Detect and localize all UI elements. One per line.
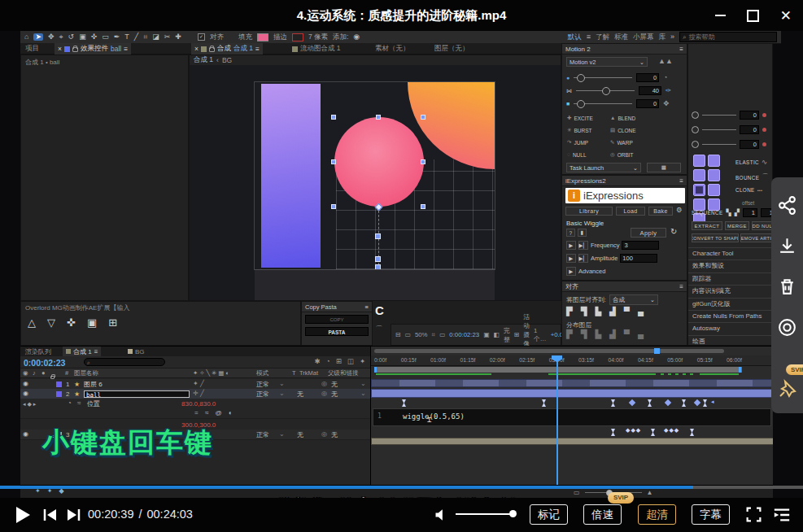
fill-color-swatch[interactable]: [257, 33, 268, 41]
slider-knob[interactable]: [692, 141, 699, 148]
previous-episode-icon[interactable]: [42, 508, 59, 522]
roto-brush-tool-icon[interactable]: ✂: [164, 33, 171, 41]
motion-tool-button[interactable]: ✳ BURST: [565, 124, 608, 137]
stairs-up-icon[interactable]: ▚: [727, 209, 731, 216]
eye-icon[interactable]: ◉: [23, 431, 28, 438]
snap-checkbox[interactable]: ✓: [198, 33, 205, 41]
zoom-tool-icon[interactable]: ⌖: [59, 33, 63, 41]
distribute-icon[interactable]: ▛: [566, 330, 573, 338]
motion-preset-dropdown[interactable]: Motion v2⌄: [566, 57, 648, 67]
bake-button[interactable]: Bake: [648, 207, 673, 216]
camera-tool-icon[interactable]: ▣: [79, 33, 86, 41]
expression-text[interactable]: wiggle(0.5,65): [403, 412, 465, 421]
script-list-item[interactable]: 跟踪器: [688, 273, 772, 285]
expression-icons[interactable]: = ≈ @ ◐: [194, 410, 235, 416]
draft-3d-icon[interactable]: ◔: [326, 358, 330, 365]
timeline-current-time[interactable]: 0:00:02:23: [24, 358, 65, 368]
trkmat-header[interactable]: TrkMat: [299, 369, 318, 377]
stopwatch-icon[interactable]: ◔: [68, 400, 72, 407]
tab-footage[interactable]: 素材（无）: [372, 43, 413, 55]
home-tool-icon[interactable]: ⌂: [24, 33, 28, 41]
parent-header[interactable]: 父级和链接: [328, 369, 359, 377]
motion-tool-button[interactable]: ◌ NULL: [565, 149, 608, 161]
script-list-item[interactable]: Create Nulls From Paths: [688, 310, 772, 322]
selection-handle[interactable]: [376, 115, 381, 120]
trkmat-value[interactable]: 无: [297, 430, 303, 439]
keyframe-icon[interactable]: [703, 399, 707, 407]
copy-button[interactable]: COPY: [305, 315, 369, 324]
align-right-icon[interactable]: ▙: [595, 307, 601, 316]
add-menu-icon[interactable]: ◉: [353, 33, 360, 41]
align-top-icon[interactable]: ▟: [609, 307, 616, 316]
blend-mode[interactable]: 正常: [256, 380, 269, 389]
hand-icon[interactable]: ✥: [663, 100, 669, 107]
tab-project[interactable]: 项目: [22, 43, 42, 55]
pink-circle-shape[interactable]: [334, 117, 424, 207]
fullscreen-icon[interactable]: [745, 506, 762, 523]
motion-tool-button[interactable]: ▤ CLONE: [608, 124, 651, 137]
puppet-tool-icon[interactable]: ✚: [175, 33, 181, 41]
selection-handle[interactable]: [421, 204, 426, 209]
workspace-libraries[interactable]: 库: [658, 33, 666, 42]
path-handle[interactable]: [375, 233, 381, 239]
record-dot-icon[interactable]: [762, 142, 766, 146]
slider-value[interactable]: 0: [740, 140, 759, 149]
stroke-width-value[interactable]: 7 像素: [308, 33, 328, 42]
workspace-overflow-icon[interactable]: »: [670, 33, 674, 41]
slider-track[interactable]: [702, 115, 736, 116]
record-dot-icon[interactable]: [762, 113, 766, 117]
layer-name[interactable]: 图层 6: [84, 380, 103, 389]
layer1-duration-bar[interactable]: [371, 379, 773, 387]
timeline-navigator[interactable]: [374, 349, 724, 353]
extract-button[interactable]: EXTRACT: [692, 221, 722, 230]
parent-value[interactable]: 无: [331, 430, 338, 439]
slider-knob[interactable]: [692, 126, 699, 133]
viewer-breadcrumb-comp[interactable]: 合成 1: [194, 55, 213, 65]
download-icon[interactable]: [777, 236, 797, 256]
slider-value[interactable]: 0: [636, 99, 659, 108]
bounce-label[interactable]: BOUNCE: [735, 175, 759, 181]
motion-blur-icon[interactable]: ◫: [347, 358, 354, 365]
comp-artboard[interactable]: [255, 82, 495, 269]
slider-value[interactable]: 40: [639, 86, 661, 95]
magnification-icon[interactable]: ▭: [405, 332, 411, 338]
layer-color-chip[interactable]: [56, 382, 62, 387]
wireframe-status-icon[interactable]: ✦: [47, 488, 53, 495]
layer2-duration-bar[interactable]: [371, 389, 773, 398]
panel-menu-icon[interactable]: ≡: [365, 303, 369, 311]
playhead-line[interactable]: [556, 355, 558, 486]
eraser-tool-icon[interactable]: ◪: [152, 33, 159, 41]
motion-tool-button[interactable]: ▲ BLEND: [608, 112, 651, 124]
align-hcenter-icon[interactable]: ▜: [581, 307, 587, 316]
snapshot-icon[interactable]: ▣: [483, 332, 489, 338]
status-dot-icon[interactable]: ◆: [59, 488, 63, 495]
pin-collect-icon[interactable]: [778, 379, 797, 399]
slider-track[interactable]: [574, 103, 632, 104]
distribute-icon[interactable]: ▜: [581, 330, 587, 338]
path-handle[interactable]: [375, 256, 381, 262]
viewer-current-time[interactable]: 0:00:02:23: [449, 331, 479, 338]
slider-track[interactable]: [702, 144, 736, 145]
layer-name-header[interactable]: 图层名称: [74, 369, 98, 377]
selection-handle[interactable]: [331, 159, 336, 164]
refresh-icon[interactable]: ↻: [670, 228, 677, 236]
view-layout-select[interactable]: 1 个…: [534, 327, 547, 343]
tab-close-icon[interactable]: ×: [58, 45, 62, 53]
zoom-level[interactable]: 50%: [415, 331, 428, 338]
amplitude-value[interactable]: 100: [620, 254, 657, 263]
eye-icon[interactable]: ◉: [23, 381, 28, 387]
align-left-icon[interactable]: ▛: [566, 307, 573, 316]
slider-track[interactable]: [574, 77, 632, 78]
keyframe-icon[interactable]: [611, 429, 615, 436]
panel-menu-icon[interactable]: ≡: [679, 46, 683, 53]
rotate-tool-icon[interactable]: ↺: [68, 33, 75, 41]
maximize-icon[interactable]: [747, 10, 759, 22]
graph-editor-icon[interactable]: ✦: [360, 358, 365, 365]
slider-track[interactable]: [702, 129, 736, 130]
next-episode-icon[interactable]: [65, 508, 81, 522]
brush-tool-icon[interactable]: ╱: [134, 33, 138, 41]
parent-value[interactable]: 无: [331, 380, 338, 389]
viewer-canvas[interactable]: [190, 65, 561, 300]
eye-icon[interactable]: ◉: [23, 390, 28, 397]
keyframe-icon[interactable]: [682, 399, 686, 407]
